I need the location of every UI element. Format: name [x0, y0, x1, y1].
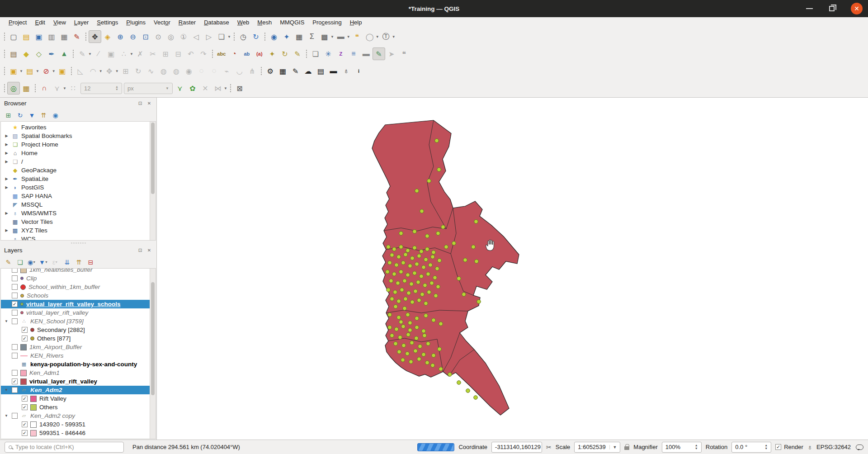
- expander-icon[interactable]: ▶: [4, 142, 9, 147]
- collapse-all-button[interactable]: ⇈: [38, 110, 49, 120]
- plugin-info-button[interactable]: i: [353, 65, 365, 77]
- layout-list-button[interactable]: ≡: [347, 47, 360, 60]
- z-tool-button[interactable]: Z: [335, 47, 347, 60]
- browser-item-wms-wmts[interactable]: ▶♁WMS/WMTS: [1, 209, 156, 218]
- plugin-draw-button[interactable]: ✎: [289, 65, 302, 77]
- refresh-browser-button[interactable]: ↻: [15, 110, 25, 120]
- add-group-button[interactable]: ❏: [15, 257, 25, 267]
- zoom-out-button[interactable]: ⊖: [127, 30, 139, 43]
- layer-row[interactable]: ✓virtual_layer_rift_valley_schools: [1, 300, 156, 308]
- run-feature-action-button[interactable]: ✦: [280, 30, 293, 43]
- close-panel-icon[interactable]: ✕: [146, 100, 152, 107]
- spinner-arrows-icon[interactable]: ▲▼: [695, 444, 698, 450]
- map-sketch-button[interactable]: ▦: [20, 82, 33, 95]
- map-svg[interactable]: [157, 98, 868, 440]
- toolbar-grip[interactable]: [212, 49, 213, 58]
- save-project-button[interactable]: ▣: [33, 30, 45, 43]
- layer-row[interactable]: ✓Others: [1, 403, 156, 411]
- new-shapefile-button[interactable]: ◇: [33, 47, 45, 60]
- dropdown-arrow-icon[interactable]: ▼: [376, 35, 379, 39]
- log-messages-bubble-button[interactable]: ❝: [398, 47, 410, 60]
- layer-checkbox[interactable]: ✓: [22, 404, 28, 410]
- browser-item-project-home[interactable]: ▶❏Project Home: [1, 140, 156, 149]
- lock-icon[interactable]: [624, 446, 629, 450]
- menu-item-web[interactable]: Web: [233, 18, 254, 27]
- plugin-export-button[interactable]: ▤: [315, 65, 327, 77]
- render-checkbox[interactable]: ✓ Render: [775, 444, 803, 450]
- locator-input[interactable]: Type to locate (Ctrl+K): [5, 442, 124, 453]
- panel-splitter[interactable]: [0, 241, 156, 245]
- pin-labels-button[interactable]: ab: [241, 47, 253, 60]
- layer-row[interactable]: ✓Rift Valley: [1, 394, 156, 403]
- select-features-button[interactable]: ▣: [7, 65, 20, 77]
- select-by-location-button[interactable]: ▣: [56, 65, 69, 77]
- close-panel-icon[interactable]: ✕: [146, 247, 152, 254]
- layer-checkbox[interactable]: ✓: [22, 336, 28, 341]
- dropdown-arrow-icon[interactable]: ▼: [52, 69, 56, 73]
- expander-icon[interactable]: ▼: [4, 319, 9, 323]
- layer-row[interactable]: virtual_layer_rift_valley: [1, 308, 156, 317]
- collapse-all-layers-button[interactable]: ⇈: [74, 257, 84, 267]
- layer-row[interactable]: 1km_Airport_Buffer: [1, 343, 156, 351]
- plugin-globe-button[interactable]: ♁: [340, 65, 353, 77]
- new-geopackage-button[interactable]: ◆: [20, 47, 33, 60]
- dropdown-arrow-icon[interactable]: ▼: [330, 35, 334, 39]
- layer-row[interactable]: ▼▱Ken_Adm2: [1, 386, 156, 394]
- zoom-full-button[interactable]: ⊡: [139, 30, 152, 43]
- layer-checkbox[interactable]: ✓: [22, 430, 28, 436]
- measure-button[interactable]: ▬: [335, 30, 347, 43]
- dropdown-arrow-icon[interactable]: ▼: [115, 69, 119, 73]
- menu-item-layer[interactable]: Layer: [70, 18, 93, 27]
- dropdown-arrow-icon[interactable]: ▼: [224, 86, 227, 90]
- zoom-to-layer-button[interactable]: ◎: [165, 30, 177, 43]
- rotation-spin[interactable]: 0.0 ° ▲▼: [731, 442, 771, 453]
- layer-labeling-button[interactable]: abc: [215, 47, 228, 60]
- layer-row[interactable]: ✓599351 - 846446: [1, 429, 156, 437]
- minimize-button[interactable]: [806, 8, 813, 9]
- layer-checkbox[interactable]: [12, 293, 18, 298]
- processing-toolbox-button[interactable]: ✳: [322, 47, 335, 60]
- layer-checkbox[interactable]: [12, 344, 18, 350]
- layer-row[interactable]: ✓Secondary [2882]: [1, 326, 156, 334]
- layers-scrollbar[interactable]: [150, 269, 156, 439]
- toolbar-grip[interactable]: [264, 32, 266, 41]
- style-manager-button[interactable]: ✎: [71, 30, 83, 43]
- layer-checkbox[interactable]: [12, 268, 18, 273]
- layer-row[interactable]: KEN_Rivers: [1, 351, 156, 360]
- layer-row[interactable]: ✓143920 - 599351: [1, 420, 156, 429]
- new-map-view-button[interactable]: ❏: [215, 30, 228, 43]
- zoom-last-button[interactable]: ◁: [190, 30, 203, 43]
- expander-icon[interactable]: ▶: [4, 185, 9, 189]
- layer-row[interactable]: ▦kenya-population-by-sex-and-county: [1, 360, 156, 369]
- statistical-summary-button[interactable]: Σ: [306, 30, 318, 43]
- dropdown-arrow-icon[interactable]: ▼: [347, 35, 350, 39]
- layer-checkbox[interactable]: ✓: [22, 396, 28, 402]
- attribute-table-button[interactable]: ▦: [293, 30, 306, 43]
- layer-row[interactable]: ▼∴KEN_School [3759]: [1, 317, 156, 326]
- browser-item-favorites[interactable]: ★Favorites: [1, 123, 156, 132]
- new-print-layout-button[interactable]: ▥: [45, 30, 58, 43]
- browser-item-spatialite[interactable]: ▶✒SpatiaLite: [1, 175, 156, 183]
- menu-item-mmqgis[interactable]: MMQGIS: [276, 18, 308, 27]
- map-tips-button[interactable]: ❝: [351, 30, 363, 43]
- expander-icon[interactable]: ▼: [4, 388, 9, 392]
- browser-scrollbar[interactable]: [150, 122, 156, 240]
- avoid-intersections-button[interactable]: ✿: [186, 82, 199, 95]
- scale-combo[interactable]: 1:6052539 ▼: [574, 442, 620, 453]
- layer-checkbox[interactable]: [12, 353, 18, 359]
- browser-item-vector-tiles[interactable]: ▦Vector Tiles: [1, 218, 156, 226]
- tracing-button[interactable]: ⋎: [174, 82, 186, 95]
- snapping-magnet-button[interactable]: ∩: [38, 82, 51, 95]
- open-project-button[interactable]: ▤: [20, 30, 33, 43]
- new-spatialite-button[interactable]: ✒: [45, 47, 58, 60]
- menu-item-mesh[interactable]: Mesh: [253, 18, 276, 27]
- layer-checkbox[interactable]: ✓: [12, 378, 18, 384]
- pan-to-selection-button[interactable]: ◈: [101, 30, 114, 43]
- open-layer-styling-button[interactable]: ✎: [3, 257, 14, 267]
- remove-layer-button[interactable]: ⊟: [85, 257, 96, 267]
- layer-row[interactable]: ▼▱Ken_Adm2 copy: [1, 411, 156, 420]
- zoom-next-button[interactable]: ▷: [203, 30, 215, 43]
- expander-icon[interactable]: ▶: [4, 151, 9, 155]
- field-calculator-button[interactable]: ▩: [318, 30, 331, 43]
- new-3d-map-button[interactable]: ❏: [309, 47, 322, 60]
